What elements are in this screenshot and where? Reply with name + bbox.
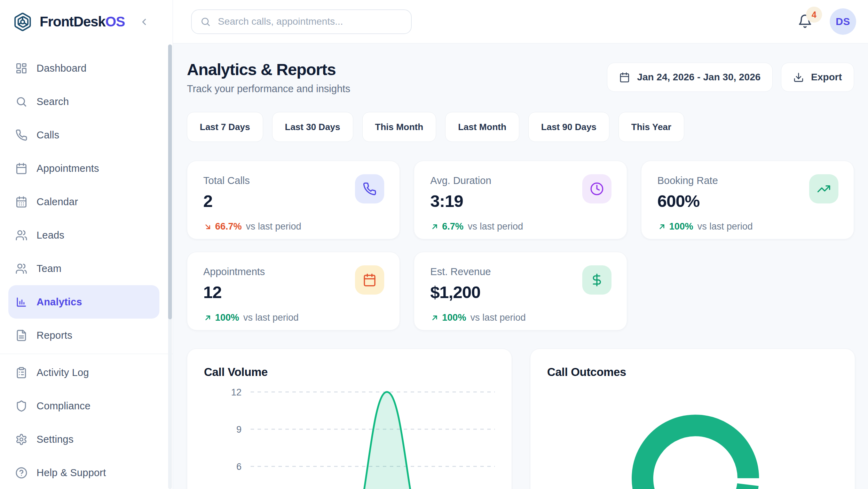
page-subtitle: Track your performance and insights: [187, 83, 350, 95]
arrow-down-right-icon: [203, 222, 212, 231]
export-label: Export: [811, 72, 842, 83]
user-avatar[interactable]: DS: [830, 8, 856, 35]
users-icon: [15, 229, 27, 241]
calendar-days-icon: [15, 196, 27, 208]
trending-up-icon-tile: [809, 174, 838, 203]
sidebar-item-calls[interactable]: Calls: [8, 118, 159, 152]
sidebar-item-label: Calls: [37, 129, 59, 141]
calendar-icon: [619, 72, 630, 83]
app-root: FrontDeskOS Dashboard Search Calls Appoi…: [0, 0, 868, 489]
sidebar-item-calendar[interactable]: Calendar: [8, 185, 159, 218]
dashboard-grid-icon: [15, 62, 27, 74]
stat-delta: 100% vs last period: [657, 221, 838, 232]
users-round-icon: [15, 263, 27, 275]
chevron-left-icon: [139, 17, 149, 27]
delta-value: 100%: [203, 312, 239, 323]
stats-grid: Total Calls 2 66.7% vs last period Avg. …: [187, 161, 854, 330]
sidebar-item-activity-log[interactable]: Activity Log: [8, 356, 159, 389]
sidebar-item-label: Reports: [37, 330, 72, 341]
sidebar-item-settings[interactable]: Settings: [8, 423, 159, 456]
search-icon: [15, 96, 27, 108]
sidebar-item-team[interactable]: Team: [8, 252, 159, 285]
delta-value: 100%: [657, 221, 693, 232]
stat-card-appointments: Appointments 12 100% vs last period: [187, 252, 400, 330]
download-icon: [793, 72, 804, 83]
chip-last-30-days[interactable]: Last 30 Days: [272, 112, 353, 142]
svg-text:6: 6: [236, 462, 242, 472]
search-icon: [200, 16, 211, 27]
date-range-picker[interactable]: Jan 24, 2026 - Jan 30, 2026: [607, 63, 773, 92]
sidebar: FrontDeskOS Dashboard Search Calls Appoi…: [0, 0, 173, 489]
dollar-icon: [590, 273, 604, 287]
chip-last-month[interactable]: Last Month: [445, 112, 519, 142]
sidebar-item-analytics[interactable]: Analytics: [8, 285, 159, 319]
sidebar-item-dashboard[interactable]: Dashboard: [8, 51, 159, 85]
gear-icon: [15, 433, 27, 446]
phone-icon-tile: [355, 174, 384, 203]
stat-delta: 100% vs last period: [203, 312, 384, 323]
sidebar-item-label: Activity Log: [37, 367, 89, 378]
svg-text:9: 9: [236, 424, 242, 435]
phone-icon: [15, 129, 27, 141]
delta-suffix: vs last period: [697, 221, 753, 232]
sidebar-item-compliance[interactable]: Compliance: [8, 389, 159, 423]
notifications-button[interactable]: 4: [797, 13, 813, 30]
sidebar-collapse-button[interactable]: [136, 14, 152, 30]
clipboard-list-icon: [15, 367, 27, 379]
calendar-icon-tile: [355, 265, 384, 295]
brand-name-accent: OS: [105, 14, 125, 29]
delta-value: 100%: [430, 312, 466, 323]
sidebar-nav: Dashboard Search Calls Appointments Cale…: [0, 43, 173, 489]
main-content: Analytics & Reports Track your performan…: [173, 44, 868, 489]
calendar-icon: [15, 162, 27, 175]
sidebar-item-reports[interactable]: Reports: [8, 319, 159, 352]
sidebar-item-label: Settings: [37, 434, 73, 445]
stat-card-est-revenue: Est. Revenue $1,200 100% vs last period: [414, 252, 627, 330]
sidebar-item-label: Help & Support: [37, 467, 106, 479]
chip-last-90-days[interactable]: Last 90 Days: [528, 112, 609, 142]
sidebar-scrollbar-thumb[interactable]: [168, 45, 172, 319]
arrow-up-right-icon: [203, 313, 212, 322]
phone-icon: [363, 182, 377, 196]
sidebar-item-label: Appointments: [37, 163, 99, 174]
notification-count-badge: 4: [806, 7, 822, 23]
clock-icon: [590, 182, 604, 196]
dollar-icon-tile: [582, 265, 611, 295]
global-search-input[interactable]: [217, 16, 403, 27]
sidebar-item-appointments[interactable]: Appointments: [8, 152, 159, 185]
stat-delta: 6.7% vs last period: [430, 221, 610, 232]
chip-this-year[interactable]: This Year: [618, 112, 684, 142]
sidebar-item-label: Leads: [37, 230, 64, 241]
chart-title: Call Outcomes: [547, 366, 838, 379]
arrow-up-right-icon: [430, 313, 439, 322]
stat-card-avg-duration: Avg. Duration 3:19 6.7% vs last period: [414, 161, 627, 239]
page-header: Analytics & Reports Track your performan…: [187, 60, 854, 95]
sidebar-item-help-support[interactable]: Help & Support: [8, 456, 159, 489]
sidebar-item-label: Dashboard: [37, 63, 87, 74]
sidebar-item-label: Compliance: [37, 400, 90, 412]
charts-grid: Call Volume 1296 Call Outcomes: [187, 348, 854, 489]
global-search-box: [191, 9, 412, 34]
delta-value: 66.7%: [203, 221, 242, 232]
sidebar-item-label: Calendar: [37, 196, 78, 208]
stat-card-booking-rate: Booking Rate 600% 100% vs last period: [641, 161, 854, 239]
delta-suffix: vs last period: [470, 312, 526, 323]
call-outcomes-chart-card: Call Outcomes: [530, 348, 855, 489]
export-button[interactable]: Export: [781, 63, 854, 92]
file-text-icon: [15, 329, 27, 342]
chart-title: Call Volume: [204, 366, 495, 379]
sidebar-item-leads[interactable]: Leads: [8, 218, 159, 252]
sidebar-item-search[interactable]: Search: [8, 85, 159, 118]
call-outcomes-donut-chart: [547, 386, 838, 489]
brand-logo-hexagon-icon: [13, 12, 33, 32]
brand-name-primary: FrontDesk: [40, 14, 105, 29]
sidebar-item-label: Analytics: [37, 296, 82, 308]
delta-suffix: vs last period: [468, 221, 523, 232]
svg-text:12: 12: [231, 387, 242, 398]
chip-last-7-days[interactable]: Last 7 Days: [187, 112, 263, 142]
calendar-icon: [363, 273, 377, 287]
chip-this-month[interactable]: This Month: [362, 112, 436, 142]
logo-row: FrontDeskOS: [0, 0, 173, 43]
call-volume-chart-card: Call Volume 1296: [187, 348, 512, 489]
arrow-up-right-icon: [657, 222, 666, 231]
